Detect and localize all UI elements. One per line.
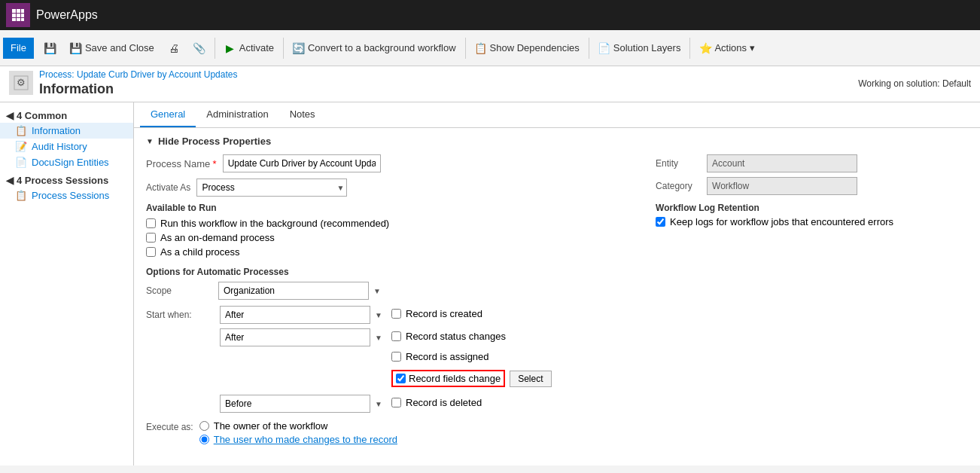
svg-rect-0 — [12, 9, 16, 13]
form-right-column: Entity Account Category Workflow Workflo… — [656, 154, 968, 230]
options-section: Options for Automatic Processes Scope Or… — [146, 267, 639, 447]
record-assigned-checkbox[interactable] — [391, 352, 401, 362]
tab-administration[interactable]: Administration — [196, 102, 278, 127]
record-status-checkbox[interactable] — [391, 331, 401, 341]
sidebar: ◀ 4 Common 📋 Information 📝 Audit History… — [0, 102, 134, 465]
record-fields-row: Record fields change Select — [391, 370, 639, 387]
solution-layers-button[interactable]: 📄 Solution Layers — [592, 39, 687, 57]
solution-layers-icon: 📄 — [598, 42, 610, 54]
record-fields-checkbox[interactable] — [396, 374, 406, 383]
activate-as-select[interactable]: Process — [196, 179, 347, 197]
wf-log-checkbox[interactable] — [656, 217, 665, 227]
wf-log-checkbox-row: Keep logs for workflow jobs that encount… — [656, 216, 968, 227]
child-process-checkbox[interactable] — [146, 247, 156, 257]
svg-rect-2 — [21, 9, 24, 13]
execute-option-1-label: The owner of the workflow — [214, 420, 328, 432]
sidebar-item-docusign[interactable]: 📄 DocuSign Entities — [0, 154, 133, 170]
checkbox-run-background: Run this workflow in the background (rec… — [146, 218, 639, 229]
activate-button[interactable]: ▶ Activate — [218, 39, 280, 57]
tabs-bar: General Administration Notes — [134, 102, 980, 128]
entity-value: Account — [707, 154, 857, 172]
tab-notes[interactable]: Notes — [279, 102, 326, 127]
print-button[interactable]: 🖨 — [162, 39, 186, 57]
form-content: ▼ Hide Process Properties Process Name *… — [134, 128, 980, 455]
print-icon: 🖨 — [168, 42, 180, 54]
page-header: ⚙ Process: Update Curb Driver by Account… — [0, 66, 980, 102]
svg-rect-1 — [17, 9, 20, 13]
convert-bg-button[interactable]: 🔄 Convert to a background workflow — [287, 39, 462, 57]
execute-option-2-link[interactable]: The user who made changes to the record — [214, 434, 397, 445]
record-created-checkbox[interactable] — [391, 309, 401, 319]
section-collapse-arrow: ▼ — [146, 137, 154, 145]
activate-as-select-wrap: Process ▼ — [196, 179, 347, 197]
scope-arrow: ▼ — [373, 287, 381, 295]
checkbox-child-process: As a child process — [146, 246, 639, 258]
svg-text:⚙: ⚙ — [17, 77, 26, 88]
process-name-input[interactable] — [223, 154, 381, 172]
execute-option-1-radio[interactable] — [199, 421, 209, 431]
sessions-section-header: ◀ 4 Process Sessions — [0, 170, 133, 188]
record-created-label: Record is created — [406, 308, 482, 319]
run-background-checkbox[interactable] — [146, 218, 156, 228]
start-when-select-1[interactable]: After — [220, 306, 370, 324]
tab-general[interactable]: General — [140, 102, 196, 127]
run-background-label: Run this workflow in the background (rec… — [160, 218, 389, 229]
breadcrumb[interactable]: Process: Update Curb Driver by Account U… — [39, 69, 237, 80]
start-when-2-arrow: ▼ — [375, 334, 382, 342]
section-header-hide-process[interactable]: ▼ Hide Process Properties — [146, 136, 968, 147]
toolbar-separator-1 — [215, 38, 215, 59]
toolbar-separator-5 — [689, 38, 690, 59]
scope-row: Scope Organization ▼ — [146, 282, 639, 300]
page-header-titles: Process: Update Curb Driver by Account U… — [39, 69, 237, 97]
record-deleted-checkbox[interactable] — [391, 398, 401, 407]
save-icon-button[interactable]: 💾 — [38, 39, 62, 57]
actions-button[interactable]: ⭐ Actions ▾ — [693, 39, 760, 57]
record-deleted-label: Record is deleted — [406, 397, 482, 408]
wf-log-title: Workflow Log Retention — [656, 203, 968, 213]
show-deps-icon: 📋 — [475, 42, 487, 54]
show-deps-button[interactable]: 📋 Show Dependencies — [469, 39, 586, 57]
execute-option-2-radio[interactable] — [199, 435, 209, 444]
sidebar-item-process-sessions[interactable]: 📋 Process Sessions — [0, 188, 133, 203]
start-when-label: Start when: — [146, 310, 214, 320]
sidebar-item-audit-history[interactable]: 📝 Audit History — [0, 139, 133, 154]
category-value: Workflow — [707, 177, 857, 195]
session-icon: 📋 — [15, 190, 27, 201]
record-status-row: Record status changes — [391, 331, 639, 342]
info-icon: 📋 — [15, 125, 27, 136]
save-close-icon: 💾 — [70, 42, 82, 54]
start-when-select-2[interactable]: After — [220, 328, 370, 346]
file-button[interactable]: File — [3, 38, 34, 59]
execute-option-1: The owner of the workflow — [199, 420, 397, 432]
options-title: Options for Automatic Processes — [146, 267, 639, 277]
record-created-row: Record is created — [391, 308, 639, 319]
form-left-column: Process Name * Activate As Process ▼ — [146, 154, 639, 447]
select-fields-button[interactable]: Select — [510, 371, 551, 387]
apps-grid-icon[interactable] — [6, 3, 30, 27]
common-section-header: ◀ 4 Common — [0, 105, 133, 123]
common-collapse-icon: ◀ — [6, 110, 14, 121]
before-select[interactable]: Before — [220, 395, 370, 413]
category-row: Category Workflow — [656, 177, 968, 195]
svg-rect-3 — [12, 14, 16, 17]
on-demand-checkbox[interactable] — [146, 233, 156, 243]
page-header-left: ⚙ Process: Update Curb Driver by Account… — [9, 69, 237, 97]
save-close-button[interactable]: 💾 Save and Close — [64, 39, 160, 57]
wf-log-check-label: Keep logs for workflow jobs that encount… — [670, 216, 893, 227]
sidebar-item-information[interactable]: 📋 Information — [0, 123, 133, 139]
start-when-select-1-wrap: After ▼ — [220, 306, 385, 324]
activate-icon: ▶ — [224, 42, 236, 54]
execute-options: The owner of the workflow The user who m… — [199, 420, 397, 447]
svg-rect-4 — [17, 14, 20, 17]
scope-select-wrap: Organization ▼ — [218, 282, 384, 300]
record-fields-highlight-box: Record fields change — [391, 370, 505, 387]
attach-button[interactable]: 📎 — [187, 39, 212, 57]
svg-rect-6 — [12, 18, 16, 21]
required-asterisk: * — [213, 158, 217, 169]
activate-as-row: Activate As Process ▼ — [146, 179, 639, 197]
scope-select[interactable]: Organization — [218, 282, 369, 300]
svg-rect-7 — [17, 18, 20, 21]
on-demand-label: As an on-demand process — [160, 232, 275, 243]
record-assigned-label: Record is assigned — [406, 351, 489, 362]
content-area: General Administration Notes ▼ Hide Proc… — [134, 102, 980, 465]
